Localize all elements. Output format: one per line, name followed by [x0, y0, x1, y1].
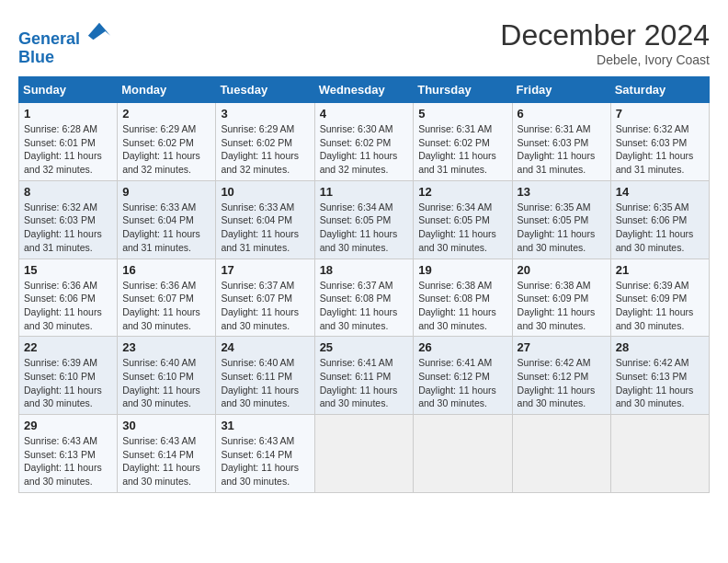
day-info: Sunrise: 6:32 AM Sunset: 6:03 PM Dayligh…: [616, 122, 704, 177]
day-number: 24: [221, 340, 309, 354]
day-info: Sunrise: 6:41 AM Sunset: 6:11 PM Dayligh…: [320, 356, 409, 410]
calendar-cell: [512, 415, 610, 493]
day-info: Sunrise: 6:29 AM Sunset: 6:02 PM Dayligh…: [221, 122, 309, 177]
calendar-cell: 12 Sunrise: 6:34 AM Sunset: 6:05 PM Dayl…: [414, 180, 512, 259]
day-info: Sunrise: 6:33 AM Sunset: 6:04 PM Dayligh…: [221, 201, 309, 255]
day-info: Sunrise: 6:30 AM Sunset: 6:02 PM Dayligh…: [320, 122, 409, 177]
calendar-cell: 13 Sunrise: 6:35 AM Sunset: 6:05 PM Dayl…: [512, 180, 610, 259]
day-info: Sunrise: 6:33 AM Sunset: 6:04 PM Dayligh…: [122, 201, 210, 255]
day-info: Sunrise: 6:37 AM Sunset: 6:07 PM Dayligh…: [221, 279, 309, 333]
calendar-cell: 29 Sunrise: 6:43 AM Sunset: 6:13 PM Dayl…: [19, 415, 118, 493]
day-info: Sunrise: 6:31 AM Sunset: 6:03 PM Dayligh…: [518, 122, 606, 177]
calendar-cell: 6 Sunrise: 6:31 AM Sunset: 6:03 PM Dayli…: [512, 103, 610, 181]
page-header: General Blue December 2024 Debele, Ivory…: [18, 18, 710, 67]
day-info: Sunrise: 6:43 AM Sunset: 6:14 PM Dayligh…: [221, 434, 309, 488]
day-number: 6: [518, 107, 606, 121]
calendar-week-5: 29 Sunrise: 6:43 AM Sunset: 6:13 PM Dayl…: [19, 415, 710, 493]
logo-general: General: [18, 29, 80, 48]
day-number: 23: [122, 340, 210, 354]
svg-marker-0: [88, 23, 110, 40]
calendar-cell: 24 Sunrise: 6:40 AM Sunset: 6:11 PM Dayl…: [216, 337, 314, 415]
calendar-cell: 9 Sunrise: 6:33 AM Sunset: 6:04 PM Dayli…: [118, 180, 216, 259]
day-info: Sunrise: 6:42 AM Sunset: 6:13 PM Dayligh…: [616, 356, 704, 410]
calendar-cell: 19 Sunrise: 6:38 AM Sunset: 6:08 PM Dayl…: [414, 259, 512, 337]
day-number: 19: [418, 263, 506, 277]
calendar-cell: 30 Sunrise: 6:43 AM Sunset: 6:14 PM Dayl…: [118, 415, 216, 493]
header-row: SundayMondayTuesdayWednesdayThursdayFrid…: [19, 77, 710, 103]
day-header-thursday: Thursday: [414, 77, 512, 103]
calendar-cell: 17 Sunrise: 6:37 AM Sunset: 6:07 PM Dayl…: [216, 259, 314, 337]
calendar-cell: 22 Sunrise: 6:39 AM Sunset: 6:10 PM Dayl…: [19, 337, 118, 415]
day-number: 8: [24, 185, 112, 199]
calendar-cell: 21 Sunrise: 6:39 AM Sunset: 6:09 PM Dayl…: [610, 259, 709, 337]
day-number: 12: [418, 185, 506, 199]
day-number: 25: [320, 340, 409, 354]
day-number: 22: [24, 340, 112, 354]
calendar-cell: 4 Sunrise: 6:30 AM Sunset: 6:02 PM Dayli…: [314, 103, 414, 181]
calendar-cell: 1 Sunrise: 6:28 AM Sunset: 6:01 PM Dayli…: [19, 103, 118, 181]
day-number: 16: [122, 263, 210, 277]
calendar-cell: [610, 415, 709, 493]
day-number: 9: [122, 185, 210, 199]
day-number: 14: [616, 185, 704, 199]
day-number: 20: [518, 263, 606, 277]
calendar-cell: 14 Sunrise: 6:35 AM Sunset: 6:06 PM Dayl…: [610, 180, 709, 259]
day-info: Sunrise: 6:42 AM Sunset: 6:12 PM Dayligh…: [518, 356, 606, 410]
day-info: Sunrise: 6:39 AM Sunset: 6:10 PM Dayligh…: [24, 356, 112, 410]
day-header-saturday: Saturday: [610, 77, 709, 103]
day-info: Sunrise: 6:35 AM Sunset: 6:05 PM Dayligh…: [518, 201, 606, 255]
day-info: Sunrise: 6:40 AM Sunset: 6:10 PM Dayligh…: [122, 356, 210, 410]
day-number: 13: [518, 185, 606, 199]
calendar-cell: 10 Sunrise: 6:33 AM Sunset: 6:04 PM Dayl…: [216, 180, 314, 259]
day-header-monday: Monday: [118, 77, 216, 103]
day-number: 18: [320, 263, 409, 277]
day-number: 7: [616, 107, 704, 121]
day-number: 11: [320, 185, 409, 199]
day-info: Sunrise: 6:28 AM Sunset: 6:01 PM Dayligh…: [24, 122, 112, 177]
day-header-wednesday: Wednesday: [314, 77, 414, 103]
day-info: Sunrise: 6:34 AM Sunset: 6:05 PM Dayligh…: [418, 201, 506, 255]
day-number: 26: [418, 340, 506, 354]
day-number: 15: [24, 263, 112, 277]
calendar-cell: 16 Sunrise: 6:36 AM Sunset: 6:07 PM Dayl…: [118, 259, 216, 337]
calendar-cell: 20 Sunrise: 6:38 AM Sunset: 6:09 PM Dayl…: [512, 259, 610, 337]
day-info: Sunrise: 6:43 AM Sunset: 6:13 PM Dayligh…: [24, 434, 112, 488]
logo: General Blue: [18, 18, 112, 67]
calendar-cell: 5 Sunrise: 6:31 AM Sunset: 6:02 PM Dayli…: [414, 103, 512, 181]
day-info: Sunrise: 6:32 AM Sunset: 6:03 PM Dayligh…: [24, 201, 112, 255]
day-info: Sunrise: 6:36 AM Sunset: 6:06 PM Dayligh…: [24, 279, 112, 333]
day-number: 4: [320, 107, 409, 121]
calendar-week-1: 1 Sunrise: 6:28 AM Sunset: 6:01 PM Dayli…: [19, 103, 710, 181]
day-number: 31: [221, 419, 309, 432]
calendar-cell: 2 Sunrise: 6:29 AM Sunset: 6:02 PM Dayli…: [118, 103, 216, 181]
day-info: Sunrise: 6:36 AM Sunset: 6:07 PM Dayligh…: [122, 279, 210, 333]
day-number: 17: [221, 263, 309, 277]
calendar-cell: 26 Sunrise: 6:41 AM Sunset: 6:12 PM Dayl…: [414, 337, 512, 415]
day-number: 10: [221, 185, 309, 199]
calendar-cell: 27 Sunrise: 6:42 AM Sunset: 6:12 PM Dayl…: [512, 337, 610, 415]
day-info: Sunrise: 6:41 AM Sunset: 6:12 PM Dayligh…: [418, 356, 506, 410]
calendar-week-3: 15 Sunrise: 6:36 AM Sunset: 6:06 PM Dayl…: [19, 259, 710, 337]
calendar-week-4: 22 Sunrise: 6:39 AM Sunset: 6:10 PM Dayl…: [19, 337, 710, 415]
day-info: Sunrise: 6:35 AM Sunset: 6:06 PM Dayligh…: [616, 201, 704, 255]
day-number: 27: [518, 340, 606, 354]
calendar-cell: [414, 415, 512, 493]
calendar-cell: 3 Sunrise: 6:29 AM Sunset: 6:02 PM Dayli…: [216, 103, 314, 181]
day-info: Sunrise: 6:38 AM Sunset: 6:09 PM Dayligh…: [518, 279, 606, 333]
day-header-sunday: Sunday: [19, 77, 118, 103]
calendar-cell: 7 Sunrise: 6:32 AM Sunset: 6:03 PM Dayli…: [610, 103, 709, 181]
month-title: December 2024: [500, 18, 710, 52]
logo-icon: [86, 18, 112, 44]
day-number: 1: [24, 107, 112, 121]
day-number: 3: [221, 107, 309, 121]
title-block: December 2024 Debele, Ivory Coast: [500, 18, 710, 67]
calendar-cell: 18 Sunrise: 6:37 AM Sunset: 6:08 PM Dayl…: [314, 259, 414, 337]
logo-blue: Blue: [18, 48, 54, 66]
day-number: 21: [616, 263, 704, 277]
day-header-friday: Friday: [512, 77, 610, 103]
calendar-cell: 15 Sunrise: 6:36 AM Sunset: 6:06 PM Dayl…: [19, 259, 118, 337]
calendar-table: SundayMondayTuesdayWednesdayThursdayFrid…: [18, 76, 710, 493]
day-info: Sunrise: 6:40 AM Sunset: 6:11 PM Dayligh…: [221, 356, 309, 410]
day-number: 28: [616, 340, 704, 354]
day-info: Sunrise: 6:29 AM Sunset: 6:02 PM Dayligh…: [122, 122, 210, 177]
